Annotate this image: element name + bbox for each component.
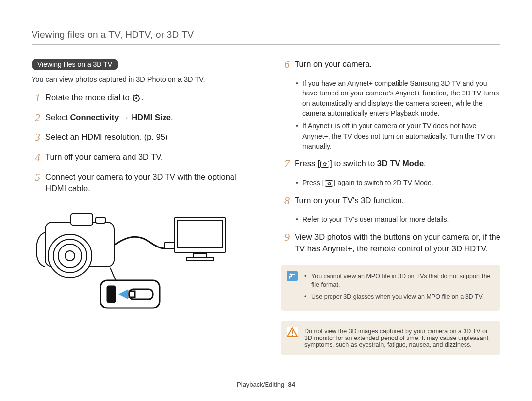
- step-8: 8 Turn on your TV's 3D function.: [281, 195, 500, 207]
- section-intro: You can view photos captured in 3D Photo…: [32, 75, 251, 83]
- step-6-substeps: If you have an Anynet+ compatible Samsun…: [296, 78, 500, 151]
- footer-section: Playback/Editing: [237, 381, 284, 388]
- svg-point-16: [65, 251, 75, 261]
- step-1: 1 Rotate the mode dial to .: [32, 92, 251, 104]
- step-number: 4: [32, 152, 40, 163]
- svg-rect-21: [165, 242, 174, 249]
- step-number: 1: [32, 92, 40, 104]
- step-text: Turn on your TV's 3D function.: [295, 195, 500, 207]
- info-icon: [287, 271, 298, 281]
- svg-rect-12: [96, 217, 105, 223]
- step-text: Turn off your camera and 3D TV.: [45, 152, 251, 163]
- step-number: 6: [281, 59, 290, 70]
- settings-dot-icon: [133, 94, 140, 102]
- flower-button-icon: ✿: [325, 180, 333, 187]
- svg-rect-18: [177, 220, 223, 248]
- svg-rect-23: [107, 286, 115, 302]
- svg-rect-20: [186, 258, 214, 261]
- page-number: 84: [288, 381, 295, 388]
- breadcrumb: Viewing files on a TV, HDTV, or 3D TV: [32, 30, 500, 40]
- step-2: 2 Select Connectivity → HDMI Size.: [32, 112, 251, 123]
- step-9: 9 View 3D photos with the buttons on you…: [281, 231, 500, 255]
- left-column: Viewing files on a 3D TV You can view ph…: [32, 59, 251, 355]
- section-pill: Viewing files on a 3D TV: [32, 59, 118, 70]
- step-text: Turn on your camera.: [295, 59, 500, 70]
- svg-point-1: [135, 97, 137, 99]
- svg-rect-19: [193, 254, 207, 258]
- info-note-box: You cannot view an MPO file in 3D on TVs…: [281, 265, 500, 311]
- flower-button-icon: ✿: [320, 161, 329, 168]
- step-number: 7: [281, 158, 290, 170]
- step-text: View 3D photos with the buttons on your …: [295, 231, 500, 255]
- step-7: 7 Press [✿] to switch to 3D TV Mode.: [281, 158, 500, 170]
- svg-point-28: [290, 274, 291, 275]
- header-divider: [32, 44, 500, 45]
- camera-tv-illustration: [32, 203, 251, 318]
- step-4: 4 Turn off your camera and 3D TV.: [32, 152, 251, 163]
- step-5: 5 Connect your camera to your 3D TV with…: [32, 171, 251, 195]
- substep: If you have an Anynet+ compatible Samsun…: [296, 78, 500, 118]
- info-note: You cannot view an MPO file in 3D on TVs…: [304, 272, 493, 289]
- substep: Press [✿] again to switch to 2D TV Mode.: [296, 178, 500, 187]
- svg-point-31: [292, 335, 293, 336]
- step-number: 9: [281, 231, 290, 255]
- warning-icon: [287, 327, 298, 338]
- step-text: Connect your camera to your 3D TV with t…: [45, 171, 251, 195]
- step-text: Press [✿] to switch to 3D TV Mode.: [295, 158, 500, 170]
- warning-note: Do not view the 3D images captured by yo…: [304, 328, 493, 348]
- step-7-substeps: Press [✿] again to switch to 2D TV Mode.: [296, 178, 500, 187]
- step-number: 5: [32, 171, 40, 195]
- step-8-substeps: Refer to your TV's user manual for more …: [296, 215, 500, 224]
- step-text: Rotate the mode dial to .: [45, 92, 251, 104]
- step-6: 6 Turn on your camera.: [281, 59, 500, 70]
- step-text: Select an HDMI resolution. (p. 95): [45, 131, 251, 143]
- page-footer: Playback/Editing 84: [0, 381, 532, 388]
- warning-note-box: Do not view the 3D images captured by yo…: [281, 321, 500, 355]
- substep: Refer to your TV's user manual for more …: [296, 215, 500, 224]
- step-number: 2: [32, 112, 40, 123]
- svg-rect-11: [71, 214, 93, 225]
- svg-rect-26: [129, 291, 135, 297]
- svg-line-27: [110, 268, 116, 281]
- right-column: 6 Turn on your camera. If you have an An…: [281, 59, 500, 355]
- step-number: 3: [32, 131, 40, 143]
- step-text: Select Connectivity → HDMI Size.: [45, 112, 251, 123]
- info-note: Use proper 3D glasses when you view an M…: [304, 292, 493, 301]
- substep: If Anynet+ is off in your camera or your…: [296, 121, 500, 151]
- step-number: 8: [281, 195, 290, 207]
- step-3: 3 Select an HDMI resolution. (p. 95): [32, 131, 251, 143]
